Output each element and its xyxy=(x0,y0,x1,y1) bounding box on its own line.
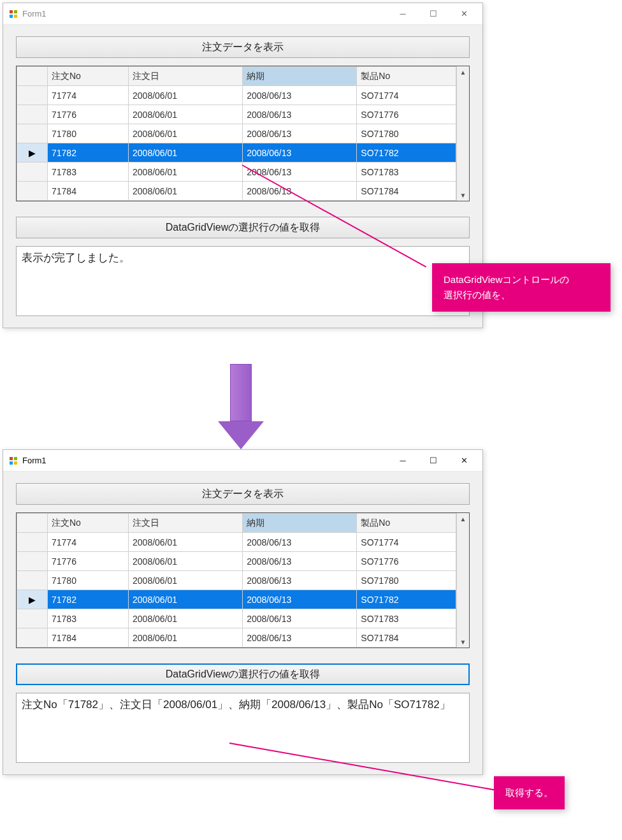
cell[interactable]: SO71780 xyxy=(357,571,456,590)
cell[interactable]: 2008/06/01 xyxy=(129,143,243,163)
cell[interactable]: SO71776 xyxy=(357,105,456,124)
scroll-up-icon[interactable]: ▲ xyxy=(457,513,469,525)
row-header[interactable] xyxy=(17,571,48,590)
cell[interactable]: 71784 xyxy=(48,628,129,648)
cell[interactable]: 2008/06/13 xyxy=(243,124,357,143)
cell[interactable]: SO71774 xyxy=(357,86,456,105)
result-textbox[interactable]: 表示が完了しました。 xyxy=(16,246,470,316)
cell[interactable]: SO71780 xyxy=(357,124,456,143)
minimize-button[interactable]: ─ xyxy=(393,454,412,468)
cell[interactable]: 71776 xyxy=(48,552,129,571)
close-button[interactable]: ✕ xyxy=(454,454,474,468)
row-header[interactable]: ▶ xyxy=(17,143,48,163)
cell[interactable]: 2008/06/01 xyxy=(129,533,243,552)
cell[interactable]: 2008/06/01 xyxy=(129,590,243,609)
cell[interactable]: 2008/06/13 xyxy=(243,552,357,571)
cell[interactable]: SO71782 xyxy=(357,590,456,609)
col-header-duedate[interactable]: 納期 xyxy=(243,514,357,533)
cell[interactable]: 2008/06/01 xyxy=(129,552,243,571)
maximize-button[interactable]: ☐ xyxy=(424,454,443,468)
cell[interactable]: 2008/06/13 xyxy=(243,143,357,163)
cell[interactable]: SO71782 xyxy=(357,143,456,163)
col-header-productno[interactable]: 製品No xyxy=(357,67,456,86)
maximize-button[interactable]: ☐ xyxy=(424,7,443,21)
row-header[interactable] xyxy=(17,163,48,182)
table-row[interactable]: 717802008/06/012008/06/13SO71780 xyxy=(17,571,456,590)
cell[interactable]: 71782 xyxy=(48,590,129,609)
cell[interactable]: 2008/06/01 xyxy=(129,105,243,124)
table-row[interactable]: 717762008/06/012008/06/13SO71776 xyxy=(17,105,456,124)
cell[interactable]: 71774 xyxy=(48,533,129,552)
show-order-data-button[interactable]: 注文データを表示 xyxy=(16,36,470,58)
cell[interactable]: 71776 xyxy=(48,105,129,124)
cell[interactable]: 2008/06/01 xyxy=(129,628,243,648)
cell[interactable]: 2008/06/13 xyxy=(243,105,357,124)
cell[interactable]: SO71776 xyxy=(357,552,456,571)
cell[interactable]: 71783 xyxy=(48,609,129,628)
titlebar[interactable]: Form1 ─ ☐ ✕ xyxy=(3,450,482,472)
cell[interactable]: 2008/06/01 xyxy=(129,182,243,201)
get-selected-row-button[interactable]: DataGridViewの選択行の値を取得 xyxy=(16,217,470,238)
cell[interactable]: 2008/06/01 xyxy=(129,86,243,105)
row-header[interactable] xyxy=(17,533,48,552)
table-row[interactable]: 717842008/06/012008/06/13SO71784 xyxy=(17,628,456,648)
row-header[interactable] xyxy=(17,182,48,201)
cell[interactable]: 71783 xyxy=(48,163,129,182)
cell[interactable]: 2008/06/01 xyxy=(129,163,243,182)
cell[interactable]: 2008/06/13 xyxy=(243,571,357,590)
show-order-data-button[interactable]: 注文データを表示 xyxy=(16,483,470,505)
cell[interactable]: 2008/06/01 xyxy=(129,124,243,143)
row-header[interactable] xyxy=(17,628,48,648)
cell[interactable]: 2008/06/01 xyxy=(129,609,243,628)
cell[interactable]: SO71774 xyxy=(357,533,456,552)
table-row[interactable]: 717832008/06/012008/06/13SO71783 xyxy=(17,609,456,628)
col-header-productno[interactable]: 製品No xyxy=(357,514,456,533)
vertical-scrollbar[interactable]: ▲ ▼ xyxy=(456,66,469,201)
cell[interactable]: SO71783 xyxy=(357,163,456,182)
row-header[interactable] xyxy=(17,552,48,571)
row-header[interactable] xyxy=(17,86,48,105)
cell[interactable]: 71784 xyxy=(48,182,129,201)
row-header[interactable] xyxy=(17,105,48,124)
cell[interactable]: 2008/06/13 xyxy=(243,628,357,648)
cell[interactable]: SO71784 xyxy=(357,628,456,648)
table-row[interactable]: 717742008/06/012008/06/13SO71774 xyxy=(17,533,456,552)
cell[interactable]: 2008/06/01 xyxy=(129,571,243,590)
table-row[interactable]: 717842008/06/012008/06/13SO71784 xyxy=(17,182,456,201)
cell[interactable]: 2008/06/13 xyxy=(243,590,357,609)
get-selected-row-button[interactable]: DataGridViewの選択行の値を取得 xyxy=(16,663,470,685)
col-header-duedate[interactable]: 納期 xyxy=(243,67,357,86)
col-header-orderdate[interactable]: 注文日 xyxy=(129,514,243,533)
cell[interactable]: 71782 xyxy=(48,143,129,163)
vertical-scrollbar[interactable]: ▲ ▼ xyxy=(456,513,469,648)
scroll-up-icon[interactable]: ▲ xyxy=(457,66,469,78)
row-header[interactable] xyxy=(17,124,48,143)
col-header-orderdate[interactable]: 注文日 xyxy=(129,67,243,86)
table-row[interactable]: ▶717822008/06/012008/06/13SO71782 xyxy=(17,143,456,163)
cell[interactable]: 71780 xyxy=(48,124,129,143)
scroll-down-icon[interactable]: ▼ xyxy=(457,189,469,201)
cell[interactable]: 2008/06/13 xyxy=(243,86,357,105)
row-header[interactable] xyxy=(17,609,48,628)
datagridview[interactable]: 注文No 注文日 納期 製品No 717742008/06/012008/06/… xyxy=(16,512,470,648)
cell[interactable]: 2008/06/13 xyxy=(243,533,357,552)
close-button[interactable]: ✕ xyxy=(454,7,474,21)
row-header-corner[interactable] xyxy=(17,67,48,86)
cell[interactable]: 2008/06/13 xyxy=(243,163,357,182)
table-row[interactable]: 717802008/06/012008/06/13SO71780 xyxy=(17,124,456,143)
cell[interactable]: 71780 xyxy=(48,571,129,590)
table-row[interactable]: 717742008/06/012008/06/13SO71774 xyxy=(17,86,456,105)
cell[interactable]: 71774 xyxy=(48,86,129,105)
scroll-down-icon[interactable]: ▼ xyxy=(457,636,469,648)
table-row[interactable]: 717762008/06/012008/06/13SO71776 xyxy=(17,552,456,571)
table-row[interactable]: ▶717822008/06/012008/06/13SO71782 xyxy=(17,590,456,609)
table-row[interactable]: 717832008/06/012008/06/13SO71783 xyxy=(17,163,456,182)
titlebar[interactable]: Form1 ─ ☐ ✕ xyxy=(3,3,482,25)
col-header-orderno[interactable]: 注文No xyxy=(48,67,129,86)
datagridview[interactable]: 注文No 注文日 納期 製品No 717742008/06/012008/06/… xyxy=(16,66,470,201)
cell[interactable]: SO71784 xyxy=(357,182,456,201)
row-header[interactable]: ▶ xyxy=(17,590,48,609)
cell[interactable]: 2008/06/13 xyxy=(243,609,357,628)
minimize-button[interactable]: ─ xyxy=(393,7,412,21)
cell[interactable]: SO71783 xyxy=(357,609,456,628)
